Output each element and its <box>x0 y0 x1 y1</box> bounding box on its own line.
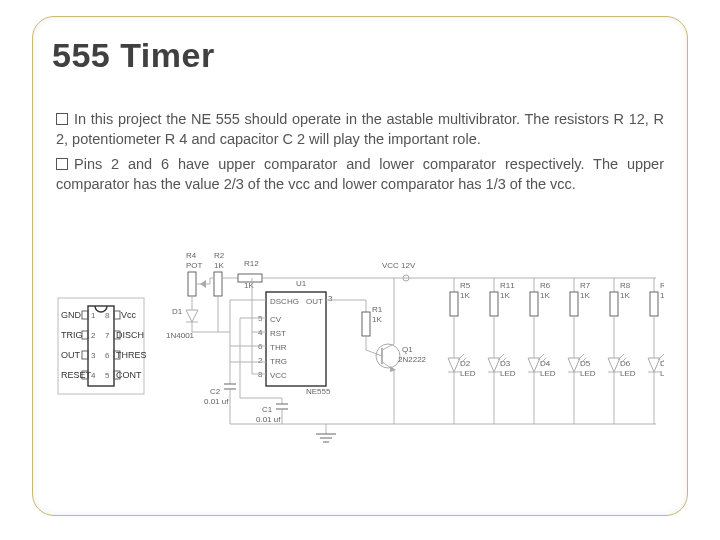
svg-text:GND: GND <box>61 310 82 320</box>
svg-text:POT: POT <box>186 261 203 270</box>
svg-text:R6: R6 <box>540 281 551 290</box>
svg-text:D4: D4 <box>540 359 551 368</box>
svg-text:TRIG: TRIG <box>61 330 83 340</box>
pinout-555: GND TRIG OUT RESET Vcc DISCH THRES CONT … <box>58 298 147 394</box>
svg-point-104 <box>376 344 400 368</box>
svg-text:7: 7 <box>105 331 110 340</box>
led-branch: R81KD6LED <box>608 278 636 424</box>
svg-text:D1: D1 <box>172 307 183 316</box>
svg-text:RESET: RESET <box>61 370 92 380</box>
circuit-diagram: GND TRIG OUT RESET Vcc DISCH THRES CONT … <box>56 248 664 468</box>
led-branch: R111KD3LED <box>488 278 516 424</box>
svg-text:LED: LED <box>580 369 596 378</box>
svg-text:2N2222: 2N2222 <box>398 355 427 364</box>
led-branch: R71KD5LED <box>568 278 596 424</box>
svg-text:R7: R7 <box>580 281 591 290</box>
svg-rect-102 <box>362 312 370 336</box>
svg-text:R11: R11 <box>500 281 515 290</box>
transistor-q1: Q1 2N2222 <box>366 278 427 424</box>
svg-text:LED: LED <box>500 369 516 378</box>
svg-rect-141 <box>530 292 538 316</box>
svg-text:Q1: Q1 <box>402 345 413 354</box>
svg-text:D6: D6 <box>620 359 631 368</box>
svg-text:R12: R12 <box>244 259 259 268</box>
svg-text:4: 4 <box>258 328 263 337</box>
svg-text:TRG: TRG <box>270 357 287 366</box>
svg-rect-12 <box>82 331 88 339</box>
svg-text:LED: LED <box>620 369 636 378</box>
svg-line-106 <box>366 350 382 356</box>
svg-rect-31 <box>188 272 196 296</box>
svg-rect-18 <box>114 311 120 319</box>
svg-text:4: 4 <box>91 371 96 380</box>
svg-text:1: 1 <box>91 311 96 320</box>
svg-text:6: 6 <box>258 342 263 351</box>
bullet-icon <box>56 158 68 170</box>
led-branch: R51KD2LED <box>448 278 476 424</box>
svg-marker-38 <box>186 310 198 322</box>
svg-text:1K: 1K <box>660 291 664 300</box>
svg-text:1K: 1K <box>620 291 630 300</box>
svg-text:R1: R1 <box>372 305 383 314</box>
led-branch: R61KD4LED <box>528 278 556 424</box>
svg-text:THR: THR <box>270 343 287 352</box>
svg-text:THRES: THRES <box>116 350 147 360</box>
svg-text:6: 6 <box>105 351 110 360</box>
svg-text:3: 3 <box>91 351 96 360</box>
svg-text:1K: 1K <box>500 291 510 300</box>
list-item: In this project the NE 555 should operat… <box>56 110 664 149</box>
diode-d1: D1 1N4001 <box>166 306 230 340</box>
svg-text:C1: C1 <box>262 405 273 414</box>
bullet-list: In this project the NE 555 should operat… <box>56 110 664 200</box>
svg-text:5: 5 <box>258 314 263 323</box>
pot-r4: R4 POT <box>186 251 210 306</box>
resistor-r2: R2 1K <box>210 251 225 332</box>
svg-text:D3: D3 <box>500 359 511 368</box>
list-item: Pins 2 and 6 have upper comparator and l… <box>56 155 664 194</box>
svg-text:2: 2 <box>258 356 263 365</box>
svg-text:C2: C2 <box>210 387 221 396</box>
svg-text:1N4001: 1N4001 <box>166 331 195 340</box>
svg-text:1K: 1K <box>460 291 470 300</box>
svg-text:Vcc: Vcc <box>121 310 137 320</box>
svg-text:1K: 1K <box>372 315 382 324</box>
svg-rect-153 <box>570 292 578 316</box>
svg-text:LED: LED <box>540 369 556 378</box>
schematic: VCC 12V R4 POT D1 1N4001 R2 1K <box>166 251 664 442</box>
svg-rect-129 <box>490 292 498 316</box>
resistor-r12: R12 1K <box>222 259 276 290</box>
bullet-text: Pins 2 and 6 have upper comparator and l… <box>56 156 664 192</box>
svg-text:1K: 1K <box>580 291 590 300</box>
svg-text:R9: R9 <box>660 281 664 290</box>
svg-text:3: 3 <box>328 294 333 303</box>
svg-rect-14 <box>82 351 88 359</box>
svg-text:DSCHG: DSCHG <box>270 297 299 306</box>
svg-text:RST: RST <box>270 329 286 338</box>
svg-text:1K: 1K <box>214 261 224 270</box>
svg-rect-177 <box>650 292 658 316</box>
svg-text:R8: R8 <box>620 281 631 290</box>
svg-text:5: 5 <box>105 371 110 380</box>
ground-icon <box>316 424 336 442</box>
cap-c2: C2 0.01 uf <box>204 362 236 424</box>
svg-rect-44 <box>214 272 222 296</box>
svg-rect-117 <box>450 292 458 316</box>
led-branches: R51KD2LEDR111KD3LEDR61KD4LEDR71KD5LEDR81… <box>448 278 664 424</box>
svg-text:U1: U1 <box>296 279 307 288</box>
svg-text:8: 8 <box>105 311 110 320</box>
bullet-text: In this project the NE 555 should operat… <box>56 111 664 147</box>
resistor-r1: R1 1K <box>326 300 383 350</box>
svg-text:R2: R2 <box>214 251 225 260</box>
svg-text:OUT: OUT <box>61 350 81 360</box>
svg-text:NE555: NE555 <box>306 387 331 396</box>
svg-text:8: 8 <box>258 370 263 379</box>
svg-rect-10 <box>82 311 88 319</box>
svg-text:VCC: VCC <box>270 371 287 380</box>
svg-rect-165 <box>610 292 618 316</box>
svg-text:OUT: OUT <box>306 297 323 306</box>
led-branch: R91KD7LED <box>648 278 664 424</box>
svg-text:D2: D2 <box>460 359 471 368</box>
svg-text:D5: D5 <box>580 359 591 368</box>
bullet-icon <box>56 113 68 125</box>
svg-text:CV: CV <box>270 315 282 324</box>
